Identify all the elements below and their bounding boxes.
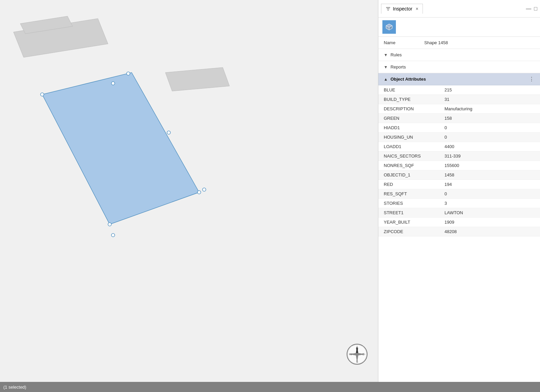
table-row: NONRES_SQF155600 (378, 161, 540, 170)
obj-attr-chevron-icon: ▲ (384, 77, 388, 82)
attr-key: STREET1 (384, 210, 444, 215)
svg-point-4 (127, 72, 130, 75)
attr-value: 311-339 (444, 153, 461, 159)
table-row: GREEN158 (378, 114, 540, 123)
svg-point-5 (111, 82, 115, 85)
selected-building[interactable] (40, 72, 206, 237)
rules-chevron-icon: ▼ (384, 53, 388, 57)
filter-icon (385, 6, 391, 11)
name-value: Shape 1458 (424, 40, 448, 45)
svg-text:N: N (356, 347, 358, 350)
table-row: DESCRIPTIONManufacturing (378, 104, 540, 114)
svg-point-11 (111, 233, 115, 237)
inspector-titlebar: Inspector × — □ (378, 0, 540, 18)
table-row: HOUSING_UN0 (378, 133, 540, 142)
inspector-panel: Inspector × — □ (378, 0, 540, 382)
attr-value: 31 (444, 97, 449, 102)
reports-section-title: Reports (390, 64, 406, 69)
attr-value: LAWTON (444, 210, 463, 215)
main-container: N S E W Inspector × (0, 0, 540, 382)
svg-marker-2 (165, 67, 230, 91)
attr-key: NONRES_SQF (384, 163, 444, 168)
attr-key: HOUSING_UN (384, 135, 444, 140)
table-row: YEAR_BUILT1909 (378, 218, 540, 227)
svg-text:E: E (362, 353, 364, 356)
rules-section-title: Rules (390, 52, 402, 57)
attr-value: 3 (444, 201, 447, 206)
attr-key: RED (384, 182, 444, 187)
attr-key: BUILD_TYPE (384, 97, 444, 102)
attr-value: Manufacturing (444, 106, 472, 111)
table-row: STREET1LAWTON (378, 208, 540, 218)
table-row: HIADD10 (378, 123, 540, 133)
shape-icon-button[interactable] (382, 20, 396, 34)
table-row: ZIPCODE48208 (378, 227, 540, 236)
svg-text:W: W (349, 353, 352, 356)
attr-value: 48208 (444, 229, 457, 234)
name-label: Name (384, 40, 424, 45)
svg-point-8 (197, 191, 201, 194)
attr-key: NAICS_SECTORS (384, 153, 444, 159)
attr-value: 215 (444, 87, 452, 92)
status-text: (1 selected) (3, 385, 26, 390)
attr-key: HIADD1 (384, 125, 444, 130)
maximize-button[interactable]: □ (534, 6, 537, 12)
inspector-icon-bar (378, 18, 540, 37)
attr-value: 0 (444, 125, 447, 130)
compass: N S E W (346, 343, 368, 365)
attr-key: STORIES (384, 201, 444, 206)
building-right (165, 67, 230, 91)
attr-key: ZIPCODE (384, 229, 444, 234)
attr-key: OBJECTID_1 (384, 172, 444, 177)
svg-point-9 (202, 188, 206, 191)
svg-point-6 (40, 93, 44, 96)
table-row: LOADD14400 (378, 142, 540, 151)
obj-attr-more-button[interactable]: ⋮ (529, 76, 535, 82)
reports-section-header[interactable]: ▼ Reports (378, 61, 540, 73)
name-row: Name Shape 1458 (378, 37, 540, 49)
svg-point-10 (108, 223, 111, 226)
obj-attr-title: Object Attributes (390, 77, 529, 82)
table-row: RED194 (378, 180, 540, 189)
status-bar: (1 selected) (0, 382, 540, 392)
svg-marker-3 (42, 73, 199, 224)
table-row: NAICS_SECTORS311-339 (378, 151, 540, 161)
map-area: N S E W (0, 0, 378, 382)
inspector-close-button[interactable]: × (416, 6, 418, 11)
table-row: BUILD_TYPE31 (378, 95, 540, 104)
attr-value: 4400 (444, 144, 454, 149)
attr-key: DESCRIPTION (384, 106, 444, 111)
attr-value: 194 (444, 182, 452, 187)
window-controls: — □ (526, 6, 537, 12)
inspector-title: Inspector (393, 6, 412, 11)
object-attributes-header[interactable]: ▲ Object Attributes ⋮ (378, 73, 540, 85)
inspector-tab[interactable]: Inspector × (381, 4, 423, 14)
attr-value: 158 (444, 116, 452, 121)
svg-text:S: S (356, 360, 358, 363)
map-canvas (0, 0, 378, 382)
attr-value: 0 (444, 135, 447, 140)
table-row: STORIES3 (378, 199, 540, 208)
table-row: OBJECTID_11458 (378, 170, 540, 180)
table-row: RES_SQFT0 (378, 189, 540, 199)
attr-value: 155600 (444, 163, 459, 168)
minimize-button[interactable]: — (526, 6, 531, 12)
attr-value: 1909 (444, 220, 454, 225)
attributes-table: BLUE215BUILD_TYPE31DESCRIPTIONManufactur… (378, 85, 540, 382)
inspector-content: Name Shape 1458 ▼ Rules ▼ Reports ▲ Obje… (378, 18, 540, 382)
building-top-left (14, 16, 108, 57)
attr-value: 1458 (444, 172, 454, 177)
svg-point-7 (167, 131, 170, 134)
attr-key: LOADD1 (384, 144, 444, 149)
rules-section-header[interactable]: ▼ Rules (378, 49, 540, 61)
attr-key: BLUE (384, 87, 444, 92)
table-row: BLUE215 (378, 85, 540, 95)
attr-key: RES_SQFT (384, 191, 444, 196)
reports-chevron-icon: ▼ (384, 65, 388, 69)
attr-key: YEAR_BUILT (384, 220, 444, 225)
attr-value: 0 (444, 191, 447, 196)
attr-key: GREEN (384, 116, 444, 121)
